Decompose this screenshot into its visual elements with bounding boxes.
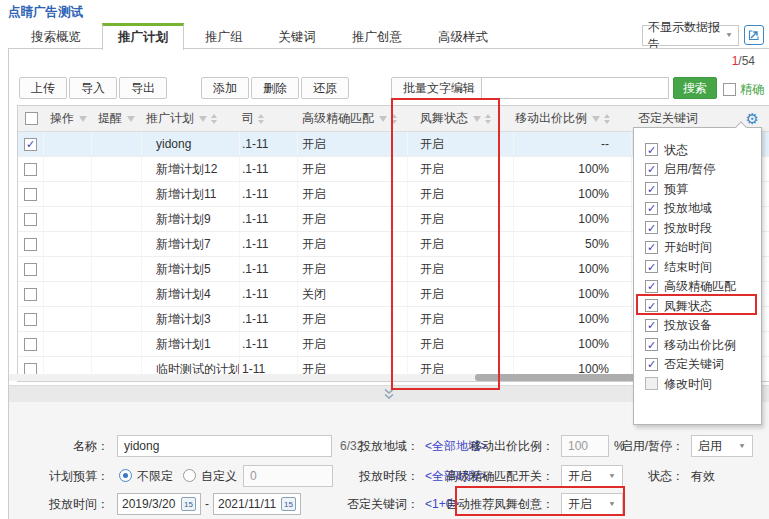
cell-check[interactable]: [18, 282, 44, 306]
row-checkbox[interactable]: [24, 188, 37, 201]
cell-plan[interactable]: 新增计划9: [142, 207, 240, 231]
enable-pause-select[interactable]: 启用 ▼: [691, 435, 753, 457]
row-checkbox[interactable]: [24, 288, 37, 301]
account-title[interactable]: 点睛广告测试: [8, 4, 83, 21]
budget-custom-label[interactable]: 自定义: [201, 465, 237, 487]
tab-搜索概览[interactable]: 搜索概览: [16, 25, 96, 49]
column-menu-item-结束时间[interactable]: 结束时间: [634, 257, 761, 277]
start-date-picker[interactable]: 2019/3/20 15: [117, 493, 201, 515]
delete-button[interactable]: 删除: [251, 77, 299, 99]
column-menu-checkbox[interactable]: [645, 202, 658, 215]
cell-plan[interactable]: yidong: [142, 132, 240, 156]
end-date-picker[interactable]: 2021/11/11 15: [213, 493, 301, 515]
cell-plan[interactable]: 新增计划3: [142, 307, 240, 331]
cell-plan[interactable]: 新增计划7: [142, 232, 240, 256]
budget-custom-radio[interactable]: [183, 469, 196, 482]
sort-icon[interactable]: [604, 114, 610, 124]
search-input[interactable]: [481, 77, 669, 99]
column-menu-checkbox[interactable]: [645, 182, 658, 195]
column-menu-checkbox[interactable]: [645, 241, 658, 254]
filter-funnel-icon[interactable]: [127, 116, 135, 122]
sort-icon[interactable]: [258, 114, 264, 124]
report-display-select[interactable]: 不显示数据报告 ▼: [642, 25, 739, 46]
upload-button[interactable]: 上传: [19, 77, 67, 99]
column-menu-item-修改时间[interactable]: 修改时间: [634, 374, 761, 394]
column-menu-item-状态[interactable]: 状态: [634, 140, 761, 160]
exact-checkbox[interactable]: [723, 83, 736, 96]
cell-check[interactable]: [18, 332, 44, 356]
column-menu-item-投放地域[interactable]: 投放地域: [634, 199, 761, 219]
row-checkbox[interactable]: [24, 338, 37, 351]
column-header-match[interactable]: 高级精确匹配: [298, 106, 408, 131]
name-input[interactable]: [117, 435, 332, 457]
budget-custom-input[interactable]: [243, 465, 333, 487]
filter-funnel-icon[interactable]: [79, 116, 87, 122]
sort-icon[interactable]: [211, 114, 217, 124]
cell-plan[interactable]: 新增计划11: [142, 182, 240, 206]
tab-关键词[interactable]: 关键词: [264, 25, 332, 49]
column-header-plan[interactable]: 推广计划: [142, 106, 240, 131]
add-button[interactable]: 添加: [201, 77, 249, 99]
row-checkbox[interactable]: [24, 163, 37, 176]
filter-funnel-icon[interactable]: [473, 116, 481, 122]
column-menu-checkbox[interactable]: [645, 143, 658, 156]
search-button[interactable]: 搜索: [673, 77, 717, 99]
column-menu-item-预算[interactable]: 预算: [634, 179, 761, 199]
mobile-ratio-input[interactable]: [561, 435, 609, 457]
column-menu-checkbox[interactable]: [645, 319, 658, 332]
row-checkbox[interactable]: [24, 313, 37, 326]
column-menu-item-投放时段[interactable]: 投放时段: [634, 218, 761, 238]
column-menu-item-移动出价比例[interactable]: 移动出价比例: [634, 335, 761, 355]
budget-unlimited-label[interactable]: 不限定: [137, 465, 173, 487]
tab-推广计划[interactable]: 推广计划: [102, 23, 184, 50]
column-menu-checkbox[interactable]: [645, 299, 658, 312]
column-menu-item-否定关键词[interactable]: 否定关键词: [634, 355, 761, 375]
cell-check[interactable]: [18, 207, 44, 231]
column-menu-item-凤舞状态[interactable]: 凤舞状态: [634, 296, 761, 316]
select-all-checkbox[interactable]: [25, 112, 38, 125]
column-menu-checkbox[interactable]: [645, 221, 658, 234]
cell-plan[interactable]: 新增计划1: [142, 332, 240, 356]
row-checkbox[interactable]: [24, 213, 37, 226]
column-menu-item-开始时间[interactable]: 开始时间: [634, 238, 761, 258]
sort-icon[interactable]: [391, 114, 397, 124]
tab-推广组[interactable]: 推广组: [190, 25, 258, 49]
cell-check[interactable]: [18, 182, 44, 206]
export-button[interactable]: 导出: [119, 77, 167, 99]
import-button[interactable]: 导入: [69, 77, 117, 99]
tab-推广创意[interactable]: 推广创意: [337, 25, 417, 49]
column-menu-checkbox[interactable]: [645, 280, 658, 293]
row-checkbox[interactable]: [24, 263, 37, 276]
column-header-op[interactable]: 操作: [44, 106, 92, 131]
cell-plan[interactable]: 新增计划12: [142, 157, 240, 181]
exact-match-toggle[interactable]: 精确: [723, 81, 764, 98]
column-menu-checkbox[interactable]: [645, 163, 658, 176]
column-menu-item-启用/暂停[interactable]: 启用/暂停: [634, 160, 761, 180]
budget-unlimited-radio[interactable]: [119, 469, 132, 482]
cell-check[interactable]: [18, 132, 44, 156]
tab-高级样式[interactable]: 高级样式: [423, 25, 503, 49]
column-menu-checkbox[interactable]: [645, 358, 658, 371]
column-header-mobile[interactable]: 移动出价比例: [514, 106, 632, 131]
cell-check[interactable]: [18, 307, 44, 331]
column-menu-item-高级精确匹配[interactable]: 高级精确匹配: [634, 277, 761, 297]
cell-check[interactable]: [18, 232, 44, 256]
row-checkbox[interactable]: [24, 138, 37, 151]
auto-creative-select[interactable]: 开启 ▼: [561, 493, 623, 515]
row-checkbox[interactable]: [24, 238, 37, 251]
sort-icon[interactable]: [485, 114, 491, 124]
column-header-alert[interactable]: 提醒: [92, 106, 142, 131]
column-header-fengwu[interactable]: 凤舞状态: [408, 106, 514, 131]
column-menu-item-投放设备[interactable]: 投放设备: [634, 316, 761, 336]
column-menu-checkbox[interactable]: [645, 338, 658, 351]
column-header-date[interactable]: 司: [240, 106, 298, 131]
batch-edit-button[interactable]: 批量文字编辑: [391, 77, 487, 99]
filter-funnel-icon[interactable]: [592, 116, 600, 122]
filter-funnel-icon[interactable]: [199, 116, 207, 122]
cell-check[interactable]: [18, 157, 44, 181]
column-menu-checkbox[interactable]: [645, 260, 658, 273]
restore-button[interactable]: 还原: [301, 77, 349, 99]
filter-funnel-icon[interactable]: [379, 116, 387, 122]
column-menu-checkbox[interactable]: [645, 377, 658, 390]
cell-plan[interactable]: 新增计划5: [142, 257, 240, 281]
